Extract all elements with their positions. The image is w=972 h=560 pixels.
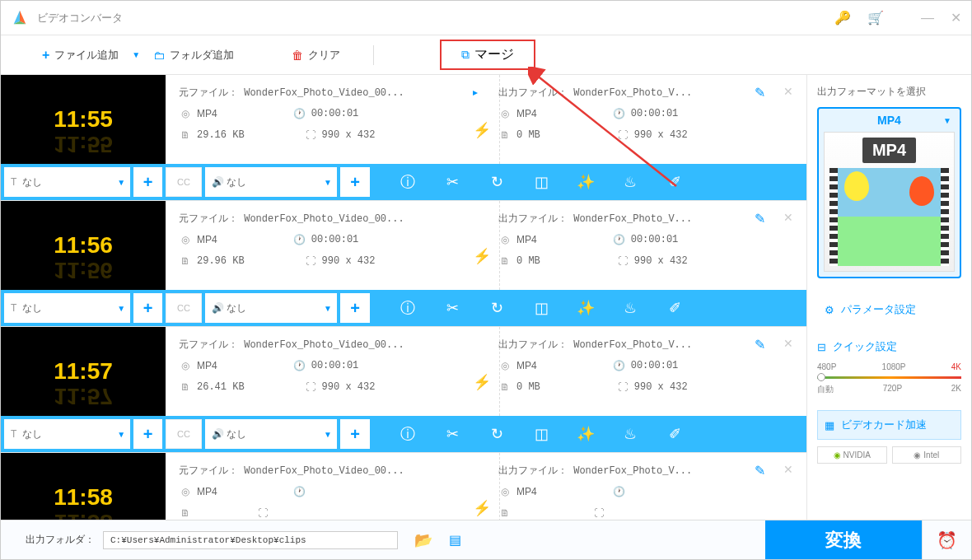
item-action-bar: T なし▼ + CC 🔊 なし▼ + ⓘ ✂ ↻ ◫ ✨ ♨ ✐ [1,164,806,200]
plus-icon: + [42,48,49,63]
clear-button[interactable]: 🗑 クリア [283,43,348,68]
subtitle-dropdown[interactable]: T なし▼ [4,167,130,197]
clock-icon: 🕐 [613,359,626,372]
parameter-settings-button[interactable]: ⚙ パラメータ設定 [817,295,961,324]
output-folder-input[interactable] [103,531,398,549]
subtitle-dropdown[interactable]: T なし▼ [4,419,130,449]
chevron-down-icon[interactable]: ▼ [132,50,140,59]
add-subtitle-button[interactable]: + [133,293,162,323]
add-folder-button[interactable]: 🗀 フォルダ追加 [145,43,242,68]
file-item: 11:58 11:58 元ファイル： WonderFox_Photo_Video… [1,453,806,520]
edit-all-icon[interactable]: ✐ [665,298,685,318]
output-dims: 990 x 432 [634,381,688,393]
quality-slider[interactable]: 480P 1080P 4K 自動 720P 2K [817,362,961,395]
remove-icon[interactable]: ✕ [783,337,793,350]
file-icon: 🗎 [498,506,512,520]
video-thumbnail[interactable]: 11:58 11:58 [1,453,166,520]
alarm-icon[interactable]: ⏰ [922,520,971,560]
dimensions-icon: ⛶ [616,128,629,142]
format-name: MP4 [877,114,901,127]
output-size: 0 MB [516,255,540,267]
slider-thumb[interactable] [817,373,825,381]
cut-icon[interactable]: ✂ [442,298,462,318]
video-thumbnail[interactable]: 11:56 11:56 [1,201,166,290]
remove-icon[interactable]: ✕ [783,211,793,224]
cc-button[interactable]: CC [166,419,202,449]
effects-icon[interactable]: ✨ [576,172,596,192]
thumbnail-time: 11:55 [54,106,113,133]
cart-icon[interactable]: 🛒 [867,10,884,26]
file-icon: 🗎 [498,128,512,142]
info-icon[interactable]: ⓘ [398,298,418,318]
info-icon[interactable]: ⓘ [398,424,418,444]
source-dims: 990 x 432 [322,381,376,393]
options-icon[interactable]: ▤ [449,532,461,548]
cut-icon[interactable]: ✂ [442,424,462,444]
close-button[interactable]: ✕ [951,10,961,26]
add-subtitle-button[interactable]: + [133,419,162,449]
crop-icon[interactable]: ◫ [531,424,551,444]
watermark-icon[interactable]: ♨ [620,298,640,318]
rotate-icon[interactable]: ↻ [487,424,507,444]
edit-all-icon[interactable]: ✐ [665,424,685,444]
source-size: 26.41 KB [197,381,245,393]
play-hover-icon[interactable]: ▸ [473,86,478,98]
effects-icon[interactable]: ✨ [576,424,596,444]
merge-icon: ⧉ [461,48,470,62]
watermark-icon[interactable]: ♨ [620,172,640,192]
crop-icon[interactable]: ◫ [531,172,551,192]
bolt-icon: ⚡ [473,373,491,391]
effects-icon[interactable]: ✨ [576,298,596,318]
chip-icon: ▦ [825,419,834,432]
edit-icon[interactable]: ✎ [755,211,765,226]
audio-dropdown[interactable]: 🔊 なし▼ [205,419,337,449]
video-thumbnail[interactable]: 11:55 11:55 [1,75,166,164]
output-dims: 990 x 432 [634,255,688,267]
crop-icon[interactable]: ◫ [531,298,551,318]
add-file-button[interactable]: + ファイル追加 [34,43,127,68]
video-thumbnail[interactable]: 11:57 11:57 [1,327,166,416]
bolt-icon: ⚡ [473,499,491,517]
output-format: MP4 [516,360,537,371]
audio-dropdown[interactable]: 🔊 なし▼ [205,167,337,197]
merge-button[interactable]: ⧉ マージ [440,40,535,70]
remove-icon[interactable]: ✕ [783,85,793,98]
add-audio-button[interactable]: + [340,167,370,197]
gpu-accel-button[interactable]: ▦ ビデオカード加速 [817,410,961,440]
toolbar: + ファイル追加 ▼ 🗀 フォルダ追加 🗑 クリア ⧉ マージ [1,35,971,75]
edit-all-icon[interactable]: ✐ [665,172,685,192]
edit-icon[interactable]: ✎ [755,85,765,100]
remove-icon[interactable]: ✕ [783,463,793,476]
cc-button[interactable]: CC [166,167,202,197]
file-icon: 🗎 [179,380,192,394]
audio-dropdown[interactable]: 🔊 なし▼ [205,293,337,323]
file-icon: 🗎 [179,254,192,268]
file-item: 11:55 11:55 ▸ 元ファイル： WonderFox_Photo_Vid… [1,75,806,201]
edit-icon[interactable]: ✎ [755,463,765,478]
rotate-icon[interactable]: ↻ [487,298,507,318]
add-audio-button[interactable]: + [340,293,370,323]
app-logo-icon [11,9,29,27]
minimize-button[interactable]: — [921,11,934,26]
add-subtitle-button[interactable]: + [133,167,162,197]
param-settings-label: パラメータ設定 [841,302,916,317]
add-audio-button[interactable]: + [340,419,370,449]
format-icon: ◎ [179,107,192,120]
format-icon: ◎ [179,233,192,246]
subtitle-dropdown[interactable]: T なし▼ [4,293,130,323]
convert-button[interactable]: 変換 [765,520,922,560]
cc-button[interactable]: CC [166,293,202,323]
edit-icon[interactable]: ✎ [755,337,765,352]
cut-icon[interactable]: ✂ [442,172,462,192]
watermark-icon[interactable]: ♨ [620,424,640,444]
right-panel: 出力フォーマットを選択 MP4 ▼ MP4 ⚙ パラメータ設定 ⊟ クイック設定… [806,75,971,520]
source-duration: 00:00:01 [311,108,359,119]
rotate-icon[interactable]: ↻ [487,172,507,192]
key-icon[interactable]: 🔑 [834,10,851,26]
source-file-label: 元ファイル： WonderFox_Photo_Video_00... [179,86,404,100]
output-file-label: 出力ファイル： WonderFox_Photo_V... [498,86,692,100]
format-selector[interactable]: MP4 ▼ MP4 [817,107,961,278]
open-folder-icon[interactable]: 📂 [414,531,432,549]
slider-icon: ⊟ [817,341,826,353]
info-icon[interactable]: ⓘ [398,172,418,192]
